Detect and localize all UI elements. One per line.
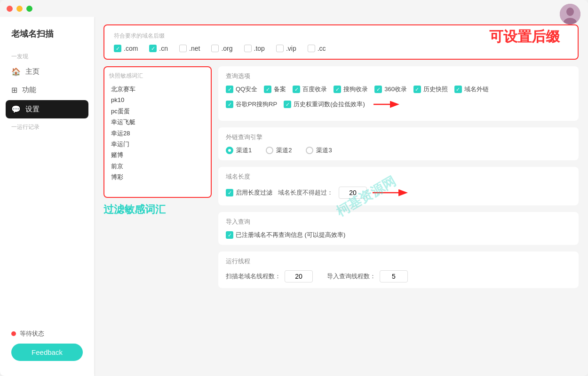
list-item: pc蛋蛋 xyxy=(111,106,204,117)
sidebar-item-function-label: 功能 xyxy=(22,86,36,94)
home-icon: 🏠 xyxy=(11,67,21,76)
svg-point-1 xyxy=(566,8,574,16)
external-link-title: 外链查询引擎 xyxy=(226,133,571,141)
check-sougou-label: 搜狗收录 xyxy=(343,85,368,94)
list-item: pk10 xyxy=(111,94,204,105)
suffix-cn[interactable]: ✓ .cn xyxy=(149,45,168,52)
domain-length-card: 域名长度 ✓ 启用长度过滤 域名长度不得超过： xyxy=(218,167,579,205)
sensitive-list[interactable]: 北京赛车 pk10 pc蛋蛋 幸运飞艇 幸运28 幸运门 赌博 前京 博彩 xyxy=(109,83,206,192)
radio-channel1[interactable]: 渠道1 xyxy=(226,146,252,155)
check-qq[interactable]: ✓ QQ安全 xyxy=(226,85,257,94)
suffix-com[interactable]: ✓ .com xyxy=(114,45,138,52)
check-history-weight[interactable]: ✓ 历史权重词数(会拉低效率) xyxy=(284,100,365,109)
radio-channel3-label: 渠道3 xyxy=(316,146,332,155)
window-controls[interactable] xyxy=(7,6,32,12)
max-length-input[interactable] xyxy=(339,187,367,199)
import-thread-input[interactable] xyxy=(380,270,408,282)
check-sougou-box[interactable]: ✓ xyxy=(334,86,341,93)
radio-channel3[interactable]: 渠道3 xyxy=(306,146,332,155)
list-item: 幸运飞艇 xyxy=(111,117,204,127)
radio-channel1-button[interactable] xyxy=(226,147,233,154)
check-beian[interactable]: ✓ 备案 xyxy=(264,85,286,94)
scan-thread-input[interactable] xyxy=(285,270,313,282)
filter-annotation: 过滤敏感词汇 xyxy=(103,203,212,217)
suffix-org[interactable]: .org xyxy=(211,45,232,52)
sidebar-logo: 老域名扫描 xyxy=(0,24,94,49)
check-history-snapshot-box[interactable]: ✓ xyxy=(413,86,421,93)
import-query-checkbox[interactable]: ✓ xyxy=(226,231,233,239)
sidebar-item-settings[interactable]: 💬 设置 xyxy=(6,100,88,118)
suffix-vip[interactable]: .vip xyxy=(276,45,296,52)
main-content: 可设置后缀 符合要求的域名后缀 ✓ .com ✓ .cn .net xyxy=(94,17,588,376)
maximize-button[interactable] xyxy=(26,6,32,12)
suffix-net[interactable]: .net xyxy=(179,45,200,52)
import-thread-label: 导入查询线程数： xyxy=(327,272,376,281)
titlebar xyxy=(0,0,588,17)
check-360-box[interactable]: ✓ xyxy=(374,86,382,93)
suffix-org-checkbox[interactable] xyxy=(211,45,219,52)
list-item: 幸运门 xyxy=(111,139,204,149)
check-baidu[interactable]: ✓ 百度收录 xyxy=(293,85,327,94)
suffix-cn-checkbox[interactable]: ✓ xyxy=(149,45,157,52)
check-sougou[interactable]: ✓ 搜狗收录 xyxy=(334,85,368,94)
check-history-snapshot[interactable]: ✓ 历史快照 xyxy=(413,85,448,94)
radio-channel2-label: 渠道2 xyxy=(276,146,292,155)
check-baidu-label: 百度收录 xyxy=(302,85,327,94)
length-enable-check[interactable]: ✓ 启用长度过滤 xyxy=(226,188,272,197)
check-history-weight-box[interactable]: ✓ xyxy=(284,101,291,108)
sensitive-words-card: 快照敏感词汇 北京赛车 pk10 pc蛋蛋 幸运飞艇 幸运28 幸运门 赌博 前… xyxy=(103,66,212,198)
check-360[interactable]: ✓ 360收录 xyxy=(374,85,407,94)
threads-title: 运行线程 xyxy=(226,257,571,266)
suffix-net-checkbox[interactable] xyxy=(179,45,187,52)
chat-icon: 💬 xyxy=(11,105,21,114)
list-item: 博彩 xyxy=(111,172,204,182)
check-google-pr-label: 谷歌PR搜狗RP xyxy=(236,100,277,109)
sidebar-section-history: 一运行记录 xyxy=(0,119,94,133)
sidebar-item-home-label: 主页 xyxy=(25,67,40,76)
check-qq-box[interactable]: ✓ xyxy=(226,86,233,93)
suffix-vip-checkbox[interactable] xyxy=(276,45,284,52)
length-enable-checkbox[interactable]: ✓ xyxy=(226,189,233,196)
check-beian-box[interactable]: ✓ xyxy=(264,86,271,93)
import-query-check[interactable]: ✓ 已注册域名不再查询信息 (可以提高效率) xyxy=(226,231,571,239)
minimize-button[interactable] xyxy=(16,6,23,12)
threads-card: 运行线程 扫描老域名线程数： 导入查询线程数： xyxy=(218,251,579,288)
status-indicator: 等待状态 xyxy=(11,329,83,338)
max-length-label: 域名长度不得超过： xyxy=(278,188,333,197)
sidebar-item-function[interactable]: ⊞ 功能 xyxy=(0,81,94,99)
radio-channel2[interactable]: 渠道2 xyxy=(266,146,292,155)
query-options-card: 查询选项 ✓ QQ安全 ✓ 备案 ✓ xyxy=(218,66,579,121)
sidebar: 老域名扫描 一发现 🏠 主页 ⊞ 功能 💬 设置 一运行记录 等待状态 Fe xyxy=(0,17,94,376)
check-google-pr[interactable]: ✓ 谷歌PR搜狗RP xyxy=(226,100,277,109)
feedback-button[interactable]: Feedback xyxy=(11,344,83,361)
import-thread-item: 导入查询线程数： xyxy=(327,270,408,282)
length-row: ✓ 启用长度过滤 域名长度不得超过： xyxy=(226,186,571,200)
suffix-com-checkbox[interactable]: ✓ xyxy=(114,45,121,52)
suffix-vip-label: .vip xyxy=(286,45,296,52)
close-button[interactable] xyxy=(7,6,13,12)
radio-channel3-button[interactable] xyxy=(306,147,313,154)
check-baidu-box[interactable]: ✓ xyxy=(293,86,300,93)
suffix-cn-label: .cn xyxy=(159,45,168,52)
import-query-label: 已注册域名不再查询信息 (可以提高效率) xyxy=(236,231,345,239)
suffix-com-label: .com xyxy=(124,45,138,52)
suffix-top-checkbox[interactable] xyxy=(244,45,252,52)
suffix-cc-label: .cc xyxy=(318,45,326,52)
scan-thread-item: 扫描老域名线程数： xyxy=(226,270,313,282)
sidebar-bottom: 等待状态 Feedback xyxy=(0,322,94,368)
sidebar-item-home[interactable]: 🏠 主页 xyxy=(0,63,94,81)
check-external-box[interactable]: ✓ xyxy=(454,86,462,93)
right-column: 查询选项 ✓ QQ安全 ✓ 备案 ✓ xyxy=(218,66,579,295)
two-col-layout: 快照敏感词汇 北京赛车 pk10 pc蛋蛋 幸运飞艇 幸运28 幸运门 赌博 前… xyxy=(103,66,579,295)
query-checks-row1: ✓ QQ安全 ✓ 备案 ✓ 百度收录 xyxy=(226,85,571,94)
suffix-top[interactable]: .top xyxy=(244,45,265,52)
check-external[interactable]: ✓ 域名外链 xyxy=(454,85,489,94)
check-google-pr-box[interactable]: ✓ xyxy=(226,101,233,108)
list-item: 北京赛车 xyxy=(111,84,204,94)
check-history-weight-label: 历史权重词数(会拉低效率) xyxy=(294,100,365,109)
suffix-cc[interactable]: .cc xyxy=(308,45,326,52)
list-item: 前京 xyxy=(111,161,204,172)
suffix-cc-checkbox[interactable] xyxy=(308,45,315,52)
radio-channel2-button[interactable] xyxy=(266,147,273,154)
scan-thread-label: 扫描老域名线程数： xyxy=(226,272,281,281)
